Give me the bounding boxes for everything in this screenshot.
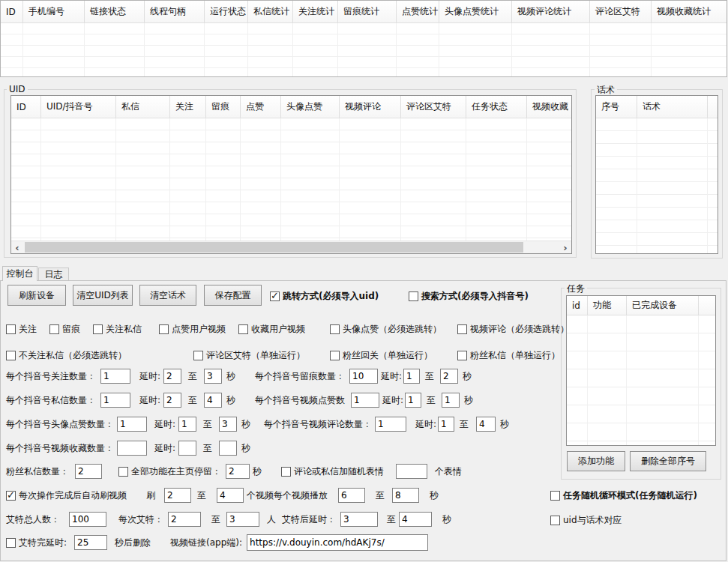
trace-delay-from-input[interactable] <box>403 369 420 384</box>
column-header[interactable]: 留痕统计 <box>338 1 397 22</box>
video-fav-count-input[interactable] <box>117 441 147 456</box>
video-comment-delay-to-input[interactable] <box>476 417 496 432</box>
random-emoji-checkbox[interactable]: 评论或私信加随机表情 <box>281 465 384 478</box>
follow-dm-checkbox[interactable]: 关注私信 <box>93 323 142 336</box>
jump-mode-checkbox[interactable]: 跳转方式(必须导入uid) <box>270 290 379 303</box>
video-fav-delay-from-input[interactable] <box>178 441 196 456</box>
tab-console[interactable]: 控制台 <box>2 266 37 281</box>
column-header[interactable]: 序号 <box>596 96 637 118</box>
column-header[interactable]: 头像点赞 <box>281 96 340 118</box>
add-function-button[interactable]: 添加功能 <box>567 451 625 471</box>
play-from-input[interactable] <box>338 488 365 503</box>
at-delete-delay-checkbox[interactable]: 艾特完延时: <box>6 537 67 549</box>
dm-delay-to-input[interactable] <box>204 393 222 408</box>
column-header[interactable]: ID <box>11 96 41 118</box>
delete-all-sequence-button[interactable]: 删除全部序号 <box>630 451 706 471</box>
uid-script-match-checkbox[interactable]: uid与话术对应 <box>550 514 622 527</box>
like-user-video-checkbox[interactable]: 点赞用户视频 <box>159 323 226 336</box>
follow-checkbox[interactable]: 关注 <box>6 323 37 336</box>
column-header[interactable]: 私信 <box>116 96 170 118</box>
fans-dm-checkbox[interactable]: 粉丝私信（单独运行） <box>457 349 560 362</box>
at-after-to-input[interactable] <box>399 512 432 527</box>
clear-script-button[interactable]: 清空话术 <box>139 285 196 306</box>
scroll-left-icon[interactable]: ‹ <box>11 241 23 253</box>
clear-uid-list-button[interactable]: 清空UID列表 <box>73 285 133 306</box>
column-header[interactable]: 任务状态 <box>466 96 527 118</box>
favorite-user-video-checkbox[interactable]: 收藏用户视频 <box>238 323 305 336</box>
column-header[interactable]: UID/抖音号 <box>41 96 116 118</box>
avatar-like-count-input[interactable] <box>117 417 147 432</box>
column-header[interactable]: 视频收藏统计 <box>652 1 728 22</box>
at-total-input[interactable] <box>69 512 106 527</box>
video-comment-count-input[interactable] <box>375 417 406 432</box>
column-header[interactable]: 视频评论 <box>340 96 401 118</box>
column-header[interactable]: 头像点赞统计 <box>439 1 512 22</box>
refresh-devices-button[interactable]: 刷新设备 <box>7 285 66 306</box>
trace-checkbox[interactable]: 留痕 <box>49 323 80 336</box>
video-link-label: 视频链接(app端): <box>170 537 242 549</box>
at-each-to-input[interactable] <box>226 512 259 527</box>
column-header[interactable]: 私信统计 <box>248 1 293 22</box>
swipe-from-input[interactable] <box>164 488 191 503</box>
fans-dm-count-input[interactable] <box>75 464 102 479</box>
trace-delay-to-input[interactable] <box>440 369 458 384</box>
column-header[interactable]: 留痕 <box>206 96 241 118</box>
column-header[interactable]: 手机编号 <box>23 1 85 22</box>
column-header[interactable]: 视频评论统计 <box>512 1 590 22</box>
comment-at-checkbox[interactable]: 评论区艾特（单独运行） <box>193 349 305 362</box>
stay-homepage-checkbox[interactable]: 全部功能在主页停留： <box>118 465 221 478</box>
no-follow-dm-checkbox[interactable]: 不关注私信（必须选跳转） <box>6 349 127 362</box>
avatar-like-checkbox[interactable]: 头像点赞（必须选跳转） <box>330 323 442 336</box>
fans-followback-checkbox[interactable]: 粉丝回关（单独运行） <box>330 349 433 362</box>
column-header[interactable]: 评论区艾特 <box>590 1 652 22</box>
video-link-input[interactable] <box>247 534 428 551</box>
sec-label: 秒 <box>463 370 472 383</box>
uid-table-hscrollbar[interactable]: ‹ › <box>11 241 571 253</box>
save-config-button[interactable]: 保存配置 <box>204 285 262 306</box>
sec-label: 秒 <box>226 370 235 383</box>
column-header[interactable]: 已完成设备 <box>627 296 699 315</box>
column-header[interactable]: 运行状态 <box>205 1 248 22</box>
scroll-right-icon[interactable]: › <box>559 241 571 253</box>
search-mode-checkbox[interactable]: 搜索方式(必须导入抖音号) <box>409 290 529 303</box>
column-header[interactable]: 链接状态 <box>85 1 145 22</box>
column-header[interactable]: 话术 <box>637 96 708 118</box>
video-fav-delay-to-input[interactable] <box>219 441 237 456</box>
follow-delay-to-input[interactable] <box>204 369 222 384</box>
video-like-delay-to-input[interactable] <box>442 393 460 408</box>
task-random-mode-checkbox[interactable]: 任务随机循环模式(任务随机运行) <box>550 489 697 502</box>
column-header[interactable]: 功能 <box>588 296 627 315</box>
video-comment-delay-from-input[interactable] <box>438 417 454 432</box>
trace-count-input[interactable] <box>349 369 378 384</box>
stay-homepage-seconds-input[interactable] <box>226 464 250 479</box>
column-header[interactable]: 点赞 <box>241 96 281 118</box>
at-delete-delay-input[interactable] <box>74 535 107 550</box>
column-header[interactable]: 点赞统计 <box>397 1 439 22</box>
avatar-like-delay-to-input[interactable] <box>219 417 237 432</box>
column-header[interactable]: 视频收藏 <box>527 96 571 118</box>
column-header[interactable]: 评论区艾特 <box>401 96 466 118</box>
column-header[interactable]: 关注 <box>170 96 206 118</box>
column-header[interactable]: 线程句柄 <box>145 1 205 22</box>
video-like-delay-from-input[interactable] <box>405 393 421 408</box>
column-header[interactable]: id <box>567 296 588 315</box>
dm-count-input[interactable] <box>100 393 130 408</box>
video-like-count-input[interactable] <box>351 393 379 408</box>
avatar-like-delay-from-input[interactable] <box>178 417 196 432</box>
swipe-to-input[interactable] <box>217 488 244 503</box>
column-header[interactable]: ID <box>1 1 23 22</box>
auto-swipe-checkbox[interactable]: 每次操作完成后自动刷视频 <box>6 489 127 502</box>
dm-delay-from-input[interactable] <box>163 393 181 408</box>
at-after-from-input[interactable] <box>340 512 378 527</box>
scrollbar-track[interactable] <box>23 241 559 253</box>
at-delete-delay-label: 艾特完延时: <box>19 537 67 549</box>
video-comment-checkbox[interactable]: 视频评论（必须选跳转） <box>457 323 569 336</box>
column-header[interactable]: 关注统计 <box>293 1 338 22</box>
play-to-input[interactable] <box>392 488 419 503</box>
follow-delay-from-input[interactable] <box>163 369 181 384</box>
tab-log[interactable]: 日志 <box>38 268 69 280</box>
scrollbar-thumb[interactable] <box>25 242 523 253</box>
at-each-from-input[interactable] <box>168 512 201 527</box>
emoji-count-input[interactable] <box>396 464 427 479</box>
follow-count-input[interactable] <box>100 369 130 384</box>
